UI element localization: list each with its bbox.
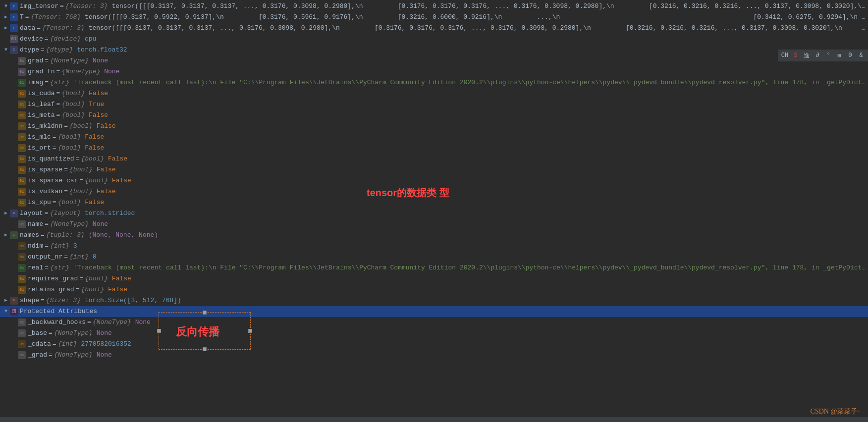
type-icon-bool: 01 (18, 275, 26, 283)
watermark: CSDN @菜菜子- (811, 407, 860, 416)
table-row[interactable]: 01 grad_fn = {NoneType} None (8, 66, 868, 77)
table-row[interactable]: 01 is_meta = {bool} False (8, 110, 868, 121)
table-row[interactable]: 01 grad = {NoneType} None (8, 55, 868, 66)
expand-icon[interactable]: ▶ (2, 297, 10, 305)
table-row[interactable]: 01 _backward_hooks = {NoneType} None (8, 317, 868, 328)
table-row[interactable]: ▶ ≡ shape = {Size: 3} torch.Size([3, 512… (0, 295, 868, 306)
table-row[interactable]: 01 ndim = {int} 3 (8, 241, 868, 252)
type-icon-bool: 01 (18, 90, 26, 98)
type-icon-layout: ≡ (10, 210, 18, 217)
type-icon-bool: 01 (18, 122, 26, 130)
expand-icon[interactable]: ▶ (2, 13, 10, 21)
expand-icon[interactable]: ▼ (2, 2, 10, 10)
table-row[interactable]: ▼ ≡ dtype = {dtype} torch.float32 (0, 45, 868, 55)
table-row[interactable]: 01 _base = {NoneType} None (8, 328, 868, 339)
table-row[interactable]: 01 _cdata = {int} 2770582016352 (8, 339, 868, 350)
table-row[interactable]: 01 retains_grad = {bool} False (8, 284, 868, 295)
table-row[interactable]: 01 is_sparse_csr = {bool} False (8, 175, 868, 186)
type-icon-protected: ⚿ (10, 308, 18, 316)
type-icon-int: 01 (18, 253, 26, 261)
type-icon-bool: 01 (18, 111, 26, 119)
type-icon-none: 01 (18, 318, 26, 326)
type-icon-str: 01 (18, 264, 26, 272)
toolbar-amp-button[interactable]: & (856, 51, 866, 60)
type-icon-tuple: ≡ (10, 231, 18, 239)
type-icon-layout: ≡ (10, 46, 18, 54)
table-row[interactable]: 01 is_cuda = {bool} False (8, 88, 868, 99)
expand-icon[interactable]: ▼ (2, 308, 10, 316)
table-row[interactable]: 01 device = {device} cpu (0, 34, 868, 45)
toolbar-degree-button[interactable]: ° (823, 51, 833, 60)
table-row[interactable]: ▼ T img_tensor = {Tensor: 3} tensor([[[0… (0, 1, 868, 12)
table-row[interactable]: 01 requires_grad = {bool} False (8, 273, 868, 284)
toolbar-grid-button[interactable]: ⊞ (834, 51, 844, 60)
table-row[interactable]: 01 output_nr = {int} 0 (8, 252, 868, 263)
table-row[interactable]: 01 is_sparse = {bool} False (8, 164, 868, 175)
type-icon-none: 01 (18, 57, 26, 65)
toolbar-ch-button[interactable]: CH (780, 51, 790, 60)
table-row[interactable]: 01 is_vulkan = {bool} False (8, 186, 868, 197)
expand-icon[interactable]: ▼ (2, 46, 10, 54)
type-icon-bool: 01 (18, 188, 26, 196)
table-row[interactable]: ▶ T T = {Tensor: 768} tensor([[[0.3137, … (0, 12, 868, 23)
debugger-panel: ▼ T img_tensor = {Tensor: 3} tensor([[[0… (0, 0, 868, 422)
table-row[interactable]: 01 is_mlc = {bool} False (8, 132, 868, 143)
type-icon-bool: 01 (18, 133, 26, 141)
toolbar-brush-button[interactable]: 逸 (802, 51, 812, 60)
type-icon-tensor: T (10, 2, 18, 10)
table-row[interactable]: ▶ ≡ names = {tuple: 3} (None, None, None… (0, 230, 868, 241)
table-row[interactable]: 01 real = {str} 'Traceback (most recent … (8, 263, 868, 273)
type-icon-bool: 01 (18, 166, 26, 174)
table-row[interactable]: ▶ ≡ layout = {layout} torch.strided (0, 208, 868, 219)
type-icon-bool: 01 (18, 177, 26, 185)
type-icon-int: 01 (18, 340, 26, 348)
type-icon-int: 01 (18, 242, 26, 250)
type-icon-bool: 01 (18, 144, 26, 152)
table-row[interactable]: ▶ T data = {Tensor: 3} tensor([[[0.3137,… (0, 23, 868, 34)
table-row[interactable]: 01 is_xpu = {bool} False (8, 197, 868, 208)
type-icon-none: 01 (18, 220, 26, 228)
toolbar-s-button[interactable]: S (791, 51, 801, 60)
type-icon-none: 01 (18, 68, 26, 76)
expand-icon[interactable]: ▶ (2, 24, 10, 32)
table-row[interactable]: 01 imag = {str} 'Traceback (most recent … (8, 77, 868, 88)
table-row[interactable]: 01 _grad = {NoneType} None (8, 350, 868, 361)
expand-icon[interactable]: ▶ (2, 210, 10, 217)
table-row[interactable]: 01 is_ort = {bool} False (8, 143, 868, 154)
type-icon-bool: 01 (18, 286, 26, 294)
variable-tree: ▼ T img_tensor = {Tensor: 3} tensor([[[0… (0, 0, 868, 362)
type-icon-tensor: T (10, 24, 18, 32)
table-row[interactable]: 01 is_mkldnn = {bool} False (8, 121, 868, 132)
type-icon-size: ≡ (10, 297, 18, 305)
toolbar-delta-button[interactable]: ∂ (813, 51, 822, 60)
table-row[interactable]: 01 is_quantized = {bool} False (8, 154, 868, 164)
toolbar-zero-button[interactable]: 0 (845, 51, 855, 60)
horizontal-scrollbar[interactable] (0, 417, 868, 422)
type-icon-bool: 01 (18, 155, 26, 163)
no-expand (2, 35, 10, 43)
toolbar: CH S 逸 ∂ ° ⊞ 0 & (778, 50, 868, 61)
type-icon-bool: 01 (18, 199, 26, 207)
table-row[interactable]: 01 is_leaf = {bool} True (8, 99, 868, 110)
type-icon-device: 01 (10, 35, 18, 43)
table-row[interactable]: 01 name = {NoneType} None (8, 219, 868, 230)
expand-icon[interactable]: ▶ (2, 231, 10, 239)
type-icon-tensor: T (10, 13, 18, 21)
type-icon-none: 01 (18, 329, 26, 337)
type-icon-str: 01 (18, 79, 26, 87)
table-row[interactable]: ▼ ⚿ Protected Attributes (0, 306, 868, 317)
type-icon-bool: 01 (18, 101, 26, 108)
type-icon-none: 01 (18, 351, 26, 359)
